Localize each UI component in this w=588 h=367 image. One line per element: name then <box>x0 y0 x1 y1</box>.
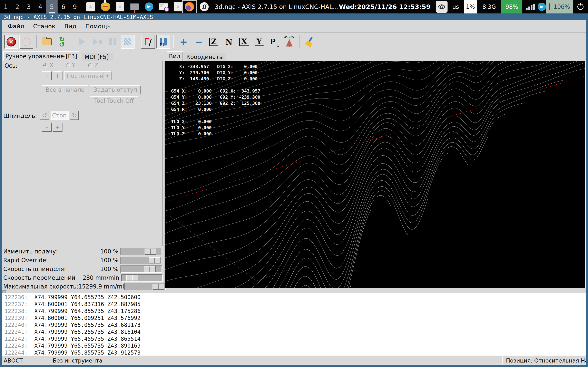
axis-radio-x[interactable]: X <box>43 62 53 69</box>
override-slider[interactable] <box>121 274 163 282</box>
view-y-button[interactable]: Y <box>252 35 266 49</box>
axis-radio-z[interactable]: Z <box>88 62 98 69</box>
mail-clock-icon[interactable] <box>159 3 168 10</box>
view-perspective-button[interactable]: P↓ <box>267 35 281 49</box>
telegram-icon[interactable] <box>145 2 153 11</box>
jog-mode-dropdown[interactable]: Постоянный▼ <box>64 71 112 80</box>
clock[interactable]: Wed:2025/11/26 12:53:59 <box>339 3 431 10</box>
spindle-ccw-button[interactable]: ↺ <box>40 111 49 120</box>
taskbar-window-title: 3d.ngc - AXIS 2.7.15 on LinuxCNC-HAL… <box>215 3 339 10</box>
clear-plot-button[interactable] <box>303 35 317 49</box>
estop-button[interactable]: ✕ <box>4 35 18 49</box>
preview-canvas[interactable]: X: -343.957 DTG X: 0.000 Y: 239.300 DTG … <box>164 61 586 288</box>
telegram-icon[interactable] <box>538 3 546 11</box>
gcode-line[interactable]: 122237: X74.800001 Y64.837316 Z42.887985 <box>4 301 586 308</box>
gcode-line[interactable]: 122244: X74.799999 Y65.855735 Z43.912573 <box>4 349 586 356</box>
open-file-icon <box>42 38 52 45</box>
document-icon[interactable] <box>86 2 95 11</box>
zoom-in-button[interactable]: + <box>177 35 190 49</box>
gcode-line[interactable]: 122239: X74.800001 Y65.009251 Z43.576992 <box>4 315 586 322</box>
home-all-button[interactable]: Все в начало <box>42 85 88 94</box>
override-slider[interactable] <box>121 257 162 264</box>
gcode-line[interactable]: 122240: X74.799999 Y65.055735 Z43.681173 <box>4 322 586 328</box>
spindle-cw-button[interactable]: ↻ <box>70 111 79 120</box>
spindle-minus-button[interactable]: - <box>42 123 52 132</box>
spindle-ccw-icon: ↺ <box>42 112 47 119</box>
reload-icon: ↻↺ <box>59 36 65 47</box>
gcode-line[interactable]: 122242: X74.799999 Y65.455735 Z43.865514 <box>4 335 586 342</box>
workspace-2[interactable]: 2 <box>11 0 23 13</box>
stop-icon <box>124 38 131 45</box>
workspace-9[interactable]: 9 <box>69 0 80 13</box>
override-slider[interactable] <box>121 248 162 255</box>
override-slider[interactable] <box>124 283 166 290</box>
touch-off-button[interactable]: Задать отступ <box>90 85 141 94</box>
override-row: Изменить подачу: 100 % <box>2 247 163 256</box>
tool-touch-off-button[interactable]: Tool Touch Off <box>90 96 138 105</box>
gcode-line[interactable]: 122241: X74.799999 Y65.255735 Z43.816104 <box>4 328 586 335</box>
signal-bars-icon[interactable] <box>526 3 535 10</box>
jog-plus-button[interactable]: + <box>53 71 62 80</box>
cpu-indicator[interactable]: 1% <box>464 0 477 13</box>
axis-radio-y[interactable]: Y <box>66 62 75 69</box>
slider-thumb[interactable] <box>126 275 138 281</box>
power-icon[interactable] <box>577 4 584 10</box>
tab-preview[interactable]: Вид <box>167 51 183 61</box>
slider-thumb[interactable] <box>144 266 156 272</box>
axis-label: Ось: <box>4 62 17 69</box>
menu-help[interactable]: Помощь <box>85 23 111 30</box>
workspace-1[interactable]: 1 <box>0 0 11 13</box>
keyboard-layout-indicator[interactable]: us <box>448 0 464 13</box>
volume-indicator[interactable]: ▏106% <box>546 0 573 13</box>
menu-machine[interactable]: Станок <box>33 23 55 30</box>
tab-manual-control[interactable]: Ручное управление·[F3] <box>3 51 79 61</box>
clear-plot-icon <box>305 37 315 47</box>
screen-eye-indicator[interactable] <box>436 1 448 13</box>
reload-file-button[interactable]: ↻↺ <box>55 35 69 49</box>
tab-mdi[interactable]: MDI [F5] <box>80 53 113 61</box>
slider-thumb[interactable] <box>149 257 160 263</box>
gcode-line[interactable]: 122236: X74.799999 Y64.655735 Z42.500600 <box>4 294 586 301</box>
gcode-listing[interactable]: 122236: X74.799999 Y64.655735 Z42.500600… <box>2 293 586 356</box>
gcode-line[interactable]: 122243: X74.799999 Y65.655735 Z43.890169 <box>4 342 586 349</box>
menu-file[interactable]: Файл <box>8 23 24 30</box>
spindle-stop-button[interactable]: Стоп <box>50 111 69 120</box>
view-z-rotated-button[interactable]: N <box>222 35 236 49</box>
step-button[interactable] <box>90 35 104 49</box>
signpost-icon[interactable] <box>130 3 139 10</box>
skip-lines-button[interactable] <box>141 35 155 49</box>
view-x-button[interactable]: X <box>237 35 251 49</box>
slider-thumb[interactable] <box>153 284 164 290</box>
workspace-4[interactable]: 4 <box>35 0 46 13</box>
step-icon <box>93 39 102 45</box>
battery-indicator[interactable]: 98% <box>501 0 522 13</box>
firefox-active-app[interactable] <box>182 0 197 13</box>
teapot-icon[interactable] <box>101 2 110 11</box>
workspace-5-active[interactable]: 5 <box>46 0 58 13</box>
override-slider[interactable] <box>121 266 162 273</box>
menu-view[interactable]: Вид <box>64 23 76 30</box>
optional-pause-button[interactable]: M1 <box>156 35 170 49</box>
workspace-3[interactable]: 3 <box>23 0 35 13</box>
pause-button[interactable] <box>105 35 120 49</box>
slider-thumb[interactable] <box>145 249 156 255</box>
open-file-button[interactable] <box>40 35 54 49</box>
machine-power-button[interactable] <box>19 35 33 49</box>
window-border-left <box>0 20 2 367</box>
zoom-out-button[interactable]: − <box>192 35 206 49</box>
pane-sash-grip[interactable] <box>2 290 6 293</box>
document-icon[interactable] <box>174 2 182 11</box>
window-titlebar[interactable]: 3d.ngc - AXIS 2.7.15 on LinuxCNC-HAL-SIM… <box>0 13 588 20</box>
stop-button[interactable] <box>121 35 135 49</box>
gcode-line[interactable]: 122238: X74.799999 Y64.855735 Z43.175286 <box>4 308 586 315</box>
view-z-button[interactable]: Z <box>207 35 221 49</box>
memory-indicator[interactable]: 8.3G <box>477 0 502 13</box>
run-program-button[interactable] <box>75 35 89 49</box>
rotate-view-button[interactable]: ↶↷ <box>282 35 296 49</box>
jog-minus-button[interactable]: - <box>42 71 52 80</box>
workspace-6[interactable]: 6 <box>58 0 69 13</box>
ff-badge-icon[interactable]: ff <box>200 2 209 11</box>
document-icon[interactable] <box>116 2 124 11</box>
spindle-plus-button[interactable]: + <box>53 123 62 132</box>
tab-dro[interactable]: Координаты <box>184 53 226 61</box>
